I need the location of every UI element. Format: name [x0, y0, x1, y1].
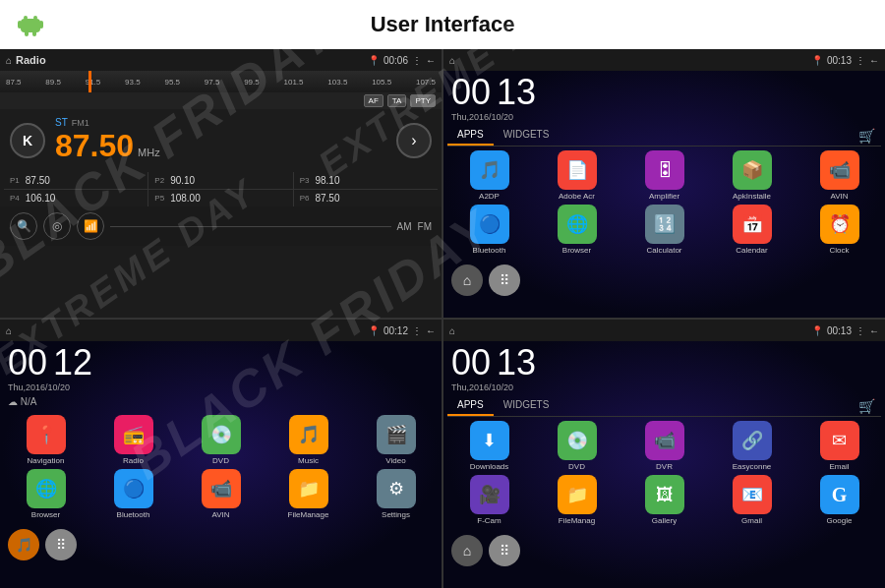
app-gmail[interactable]: 📧 Gmail: [710, 475, 794, 525]
tab-apps-q2[interactable]: APPS: [447, 126, 494, 146]
svg-rect-6: [32, 30, 36, 36]
page-title: User Interface: [371, 12, 515, 37]
gallery-label: Gallery: [652, 516, 677, 525]
downloads-label: Downloads: [470, 462, 509, 471]
browser-label-q2: Browser: [562, 246, 591, 255]
quadrant-apps-1: ⌂ 📍 00:13 ⋮ ← 00 13 Thu,2016/10/20: [443, 49, 885, 318]
location-icon-q2: 📍: [811, 55, 823, 66]
preset-p4[interactable]: P4106.10: [4, 190, 148, 206]
dock-apps-q4[interactable]: ⠿: [489, 535, 520, 566]
app-calculator[interactable]: 🔢 Calculator: [622, 205, 706, 255]
back-icon[interactable]: ←: [426, 55, 436, 66]
tab-widgets-q2[interactable]: WIDGETS: [494, 126, 560, 146]
dock-apps-q3[interactable]: ⠿: [45, 529, 77, 560]
eq-icon[interactable]: ◎: [43, 212, 71, 240]
home-icon-q3[interactable]: ⌂: [6, 325, 12, 336]
dock-music-q3[interactable]: 🎵: [8, 529, 39, 560]
app-settings-q3[interactable]: ⚙ Settings: [354, 469, 438, 519]
app-email[interactable]: ✉ Email: [797, 421, 881, 471]
calendar-icon: 📅: [733, 205, 772, 244]
radio-label-q3: Radio: [123, 456, 144, 465]
preset-p5[interactable]: P5108.00: [148, 190, 292, 206]
apps1-time: 00:13: [827, 55, 852, 66]
app-browser-q3[interactable]: 🌐 Browser: [4, 469, 88, 519]
back-icon-q3[interactable]: ←: [426, 325, 436, 336]
dock-nav-q4[interactable]: ⌂: [451, 535, 483, 566]
app-clock[interactable]: ⏰ Clock: [797, 205, 881, 255]
apk-icon: 📦: [733, 150, 772, 190]
fm-mode[interactable]: FM: [418, 221, 432, 232]
tab-widgets-q4[interactable]: WIDGETS: [494, 396, 560, 416]
avin-icon-q3: 📹: [202, 469, 241, 508]
app-dvd-q4[interactable]: 💿 DVD: [535, 421, 619, 471]
preset-p6[interactable]: P687.50: [294, 190, 438, 206]
preset-p1[interactable]: P187.50: [4, 172, 148, 189]
af-button[interactable]: AF: [364, 94, 384, 107]
tab-apps-q4[interactable]: APPS: [447, 396, 494, 416]
app-gallery[interactable]: 🖼 Gallery: [622, 475, 706, 525]
home-icon[interactable]: ⌂: [6, 55, 12, 66]
radio-info: ST FM1 87.50 MHz: [55, 117, 386, 164]
more-icon-q3[interactable]: ⋮: [412, 325, 422, 336]
app-music-q3[interactable]: 🎵 Music: [266, 415, 350, 465]
app-filemanager-q3[interactable]: 📁 FileManage: [266, 469, 350, 519]
more-icon-q4[interactable]: ⋮: [856, 325, 865, 336]
home-icon-q2[interactable]: ⌂: [449, 55, 455, 66]
back-icon-q4[interactable]: ←: [869, 325, 879, 336]
apps1-tabs: APPS WIDGETS 🛒: [447, 126, 881, 147]
app-avin[interactable]: 📹 AVIN: [797, 150, 881, 201]
avin-icon: 📹: [820, 150, 859, 190]
app-filemanager-q4[interactable]: 📁 FileManag: [535, 475, 619, 525]
radio-function-buttons: AF TA PTY: [0, 92, 442, 109]
radio-k-button[interactable]: K: [10, 123, 45, 158]
preset-p2[interactable]: P290.10: [148, 172, 292, 189]
gallery-icon: 🖼: [645, 475, 684, 514]
app-radio-q3[interactable]: 📻 Radio: [91, 415, 175, 465]
home-icon-q4[interactable]: ⌂: [449, 325, 455, 336]
dock-nav-q2[interactable]: ⌂: [451, 265, 483, 296]
app-avin-q3[interactable]: 📹 AVIN: [179, 469, 263, 519]
frequency-scale: 87.589.591.593.595.5 97.599.5101.5103.51…: [4, 78, 438, 87]
store-icon-q4[interactable]: 🛒: [853, 396, 881, 416]
app-acrobat[interactable]: 📄 Adobe Acr: [535, 150, 619, 201]
app-video-q3[interactable]: 🎬 Video: [354, 415, 438, 465]
app-google[interactable]: G Google: [797, 475, 881, 525]
ta-button[interactable]: TA: [387, 94, 407, 107]
radio-icon-q3: 📻: [114, 415, 153, 454]
avin-label: AVIN: [830, 192, 848, 201]
apps1-time-area: 00 13 Thu,2016/10/20: [443, 71, 885, 126]
page-header: User Interface: [0, 0, 885, 49]
am-mode[interactable]: AM: [397, 221, 412, 232]
app-a2dp[interactable]: 🎵 A2DP: [447, 150, 531, 201]
app-amplifier[interactable]: 🎛 Amplifier: [622, 150, 706, 201]
location-icon-q3: 📍: [368, 325, 380, 336]
app-downloads[interactable]: ⬇ Downloads: [447, 421, 531, 471]
more-icon-q2[interactable]: ⋮: [856, 55, 865, 66]
more-icon[interactable]: ⋮: [412, 55, 422, 66]
preset-p3[interactable]: P398.10: [294, 172, 438, 189]
app-navigation[interactable]: 📍 Navigation: [4, 415, 88, 465]
acrobat-label: Adobe Acr: [559, 192, 595, 201]
app-apkinstaller[interactable]: 📦 ApkInstalle: [710, 150, 794, 201]
home-topbar: ⌂ 📍 00:12 ⋮ ←: [0, 320, 442, 341]
app-calendar[interactable]: 📅 Calendar: [710, 205, 794, 255]
app-browser-q2[interactable]: 🌐 Browser: [535, 205, 619, 255]
clock-label: Clock: [829, 246, 849, 255]
apps2-time-area: 00 13 Thu,2016/10/20: [443, 341, 885, 396]
search-icon[interactable]: 🔍: [10, 212, 37, 240]
app-bluetooth-q3[interactable]: 🔵 Bluetooth: [91, 469, 175, 519]
store-icon-q2[interactable]: 🛒: [853, 126, 881, 146]
radio-presets: P187.50 P290.10 P398.10 P4106.10 P5108.0…: [4, 172, 438, 206]
app-dvd-q3[interactable]: 💿 DVD: [179, 415, 263, 465]
dock-apps-q2[interactable]: ⠿: [489, 265, 520, 296]
bluetooth-label-q2: Bluetooth: [473, 246, 506, 255]
easyconnect-icon: 🔗: [733, 421, 772, 460]
app-bluetooth-q2[interactable]: 🔵 Bluetooth: [447, 205, 531, 255]
pty-button[interactable]: PTY: [410, 94, 436, 107]
radio-next-button[interactable]: ›: [396, 123, 432, 158]
signal-icon[interactable]: 📶: [77, 212, 104, 240]
app-easyconnect[interactable]: 🔗 Easyconne: [710, 421, 794, 471]
app-dvr[interactable]: 📹 DVR: [622, 421, 706, 471]
app-fcam[interactable]: 🎥 F-Cam: [447, 475, 531, 525]
back-icon-q2[interactable]: ←: [869, 55, 879, 66]
